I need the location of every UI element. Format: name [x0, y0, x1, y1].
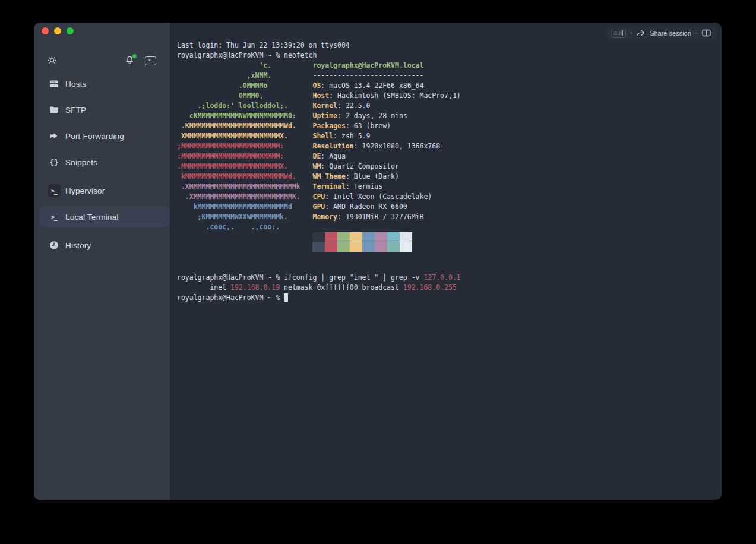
ansi-color-swatch [362, 232, 375, 242]
settings-gear-icon[interactable] [47, 55, 57, 68]
sidebar-item-label: History [65, 241, 91, 250]
autocomplete-hint[interactable]: aul [611, 29, 626, 38]
split-view-icon[interactable] [701, 29, 711, 37]
clock-icon [48, 240, 61, 251]
terminal-icon: >_ [48, 214, 61, 220]
terminal-line: .XMMMMMMMMMMMMMMMMMMMMMMMMMMk Terminal: … [177, 182, 722, 192]
terminal-output[interactable]: Last login: Thu Jun 22 13:39:20 on ttys0… [170, 23, 722, 303]
terminal-icon: >_ [48, 184, 61, 197]
terminal-cursor [284, 293, 288, 302]
ansi-color-swatch [325, 232, 337, 242]
braces-icon: {} [48, 158, 61, 167]
ansi-color-swatch [362, 242, 375, 252]
new-terminal-icon[interactable]: >_ [145, 56, 156, 65]
terminal-line: inet 192.168.0.19 netmask 0xffffff00 bro… [177, 283, 722, 293]
sidebar-item-label: Hosts [65, 80, 87, 88]
ansi-color-swatch [375, 242, 387, 252]
sidebar-item-label: Local Terminal [65, 213, 119, 222]
ansi-color-swatch [337, 242, 350, 252]
terminal-line: ;KMMMMMMMWXXWMMMMMMMk. Memory: 19301MiB … [177, 212, 722, 222]
sidebar-nav: Hosts SFTP Port Forwarding [34, 71, 170, 258]
terminal-line: .OMMMMo OS: macOS 13.4 22F66 x86_64 [177, 81, 722, 91]
hint-caret [622, 30, 623, 36]
terminal-line: XMMMMMMMMMMMMMMMMMMMMMMMX. Shell: zsh 5.… [177, 131, 722, 141]
terminal-line: OMMM0, Host: Hackintosh (SMBIOS: MacPro7… [177, 91, 722, 101]
share-session-button[interactable]: Share session [650, 30, 691, 37]
terminal-line: .MMMMMMMMMMMMMMMMMMMMMMMMX. WM: Quartz C… [177, 162, 722, 172]
folder-icon [48, 105, 61, 115]
sidebar-item-snippets[interactable]: {} Snippets [34, 149, 170, 175]
sidebar-item-hypervisor[interactable]: >_ Hypervisor [34, 178, 170, 204]
terminal-line: kMMMMMMMMMMMMMMMMMMMMMMMMWd. WM Theme: B… [177, 172, 722, 182]
share-arrow-icon[interactable] [636, 29, 646, 37]
terminal-line: .;loddo:' loolloddol;. Kernel: 22.5.0 [177, 101, 722, 111]
ansi-color-swatch [350, 232, 362, 242]
ansi-color-swatch [387, 232, 400, 242]
terminal-line: royalgraphx@HacProKVM ~ % ifconfig | gre… [177, 273, 722, 283]
sidebar-item-label: SFTP [65, 106, 86, 115]
terminal-line: kMMMMMMMMMMMMMMMMMMMMMMd GPU: AMD Radeon… [177, 202, 722, 212]
sidebar-item-local-terminal[interactable]: >_ Local Terminal [39, 206, 170, 227]
session-toolbar: aul • Share session • [606, 26, 717, 40]
ansi-color-swatch [375, 232, 387, 242]
ansi-color-swatch [312, 232, 325, 242]
sidebar-item-label: Hypervisor [65, 186, 105, 195]
terminal-line: :MMMMMMMMMMMMMMMMMMMMMMMM: DE: Aqua [177, 151, 722, 162]
zoom-button[interactable] [67, 27, 74, 34]
termius-window: >_ Hosts SFTP [34, 23, 722, 500]
terminal-line: .cooc,. .,coo:. [177, 222, 722, 232]
sidebar-item-history[interactable]: History [34, 232, 170, 258]
ansi-color-swatch [400, 242, 412, 252]
forward-arrows-icon [48, 131, 61, 141]
ansi-color-swatch [400, 232, 412, 242]
separator-dot: • [695, 30, 697, 36]
sidebar-item-label: Port Forwarding [65, 132, 124, 141]
terminal-line: royalgraphx@HacProKVM ~ % [177, 293, 722, 303]
ansi-color-swatch [387, 242, 400, 252]
terminal-line [177, 232, 722, 242]
server-icon [48, 78, 61, 89]
terminal-line: .XMMMMMMMMMMMMMMMMMMMMMMMMK. CPU: Intel … [177, 192, 722, 202]
terminal-pane: aul • Share session • Last login: Thu Ju… [170, 23, 722, 500]
terminal-line: ;MMMMMMMMMMMMMMMMMMMMMMMM: Resolution: 1… [177, 141, 722, 151]
terminal-line: cKMMMMMMMMMMNWMMMMMMMMMM0: Uptime: 2 day… [177, 111, 722, 121]
ansi-color-swatch [312, 242, 325, 252]
terminal-line: 'c. royalgraphx@HacProKVM.local [177, 61, 722, 71]
sidebar: >_ Hosts SFTP [34, 23, 170, 500]
ansi-color-swatch [337, 232, 350, 242]
separator-dot: • [630, 30, 632, 36]
terminal-line: royalgraphx@HacProKVM ~ % neofetch [177, 50, 722, 61]
sidebar-item-label: Snippets [65, 158, 97, 167]
sidebar-item-hosts[interactable]: Hosts [34, 71, 170, 97]
traffic-lights [34, 23, 170, 34]
terminal-line [177, 242, 722, 252]
terminal-line [177, 252, 722, 262]
notification-badge [132, 53, 137, 59]
ansi-color-swatch [350, 242, 362, 252]
sidebar-item-port-forwarding[interactable]: Port Forwarding [34, 123, 170, 149]
close-button[interactable] [42, 27, 49, 34]
terminal-line: ,xNMM. --------------------------- [177, 71, 722, 81]
minimize-button[interactable] [54, 27, 61, 34]
ansi-color-swatch [325, 242, 337, 252]
terminal-line: .KMMMMMMMMMMMMMMMMMMMMMMMWd. Packages: 6… [177, 121, 722, 131]
terminal-line: Last login: Thu Jun 22 13:39:20 on ttys0… [177, 40, 722, 50]
terminal-line [177, 262, 722, 273]
sidebar-item-sftp[interactable]: SFTP [34, 97, 170, 123]
